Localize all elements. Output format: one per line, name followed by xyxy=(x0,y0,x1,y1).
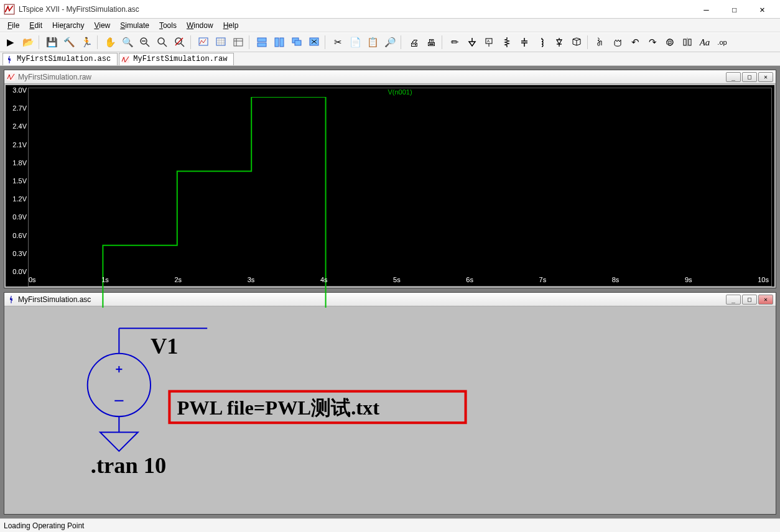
y-tick: 3.0V xyxy=(7,86,27,94)
y-axis: 3.0V 2.7V 2.4V 2.1V 1.8V 1.5V 1.2V 0.9V … xyxy=(6,85,28,287)
plot-area[interactable]: 3.0V 2.7V 2.4V 2.1V 1.8V 1.5V 1.2V 0.9V … xyxy=(6,85,774,287)
menu-view[interactable]: View xyxy=(89,20,115,31)
minimize-button[interactable]: — xyxy=(692,1,720,18)
svg-rect-14 xyxy=(258,38,266,42)
menu-window[interactable]: Window xyxy=(182,20,218,31)
menu-hierarchy[interactable]: Hierarchy xyxy=(47,20,89,31)
menu-simulate[interactable]: Simulate xyxy=(115,20,154,31)
svg-rect-15 xyxy=(258,43,266,47)
tile-h-icon[interactable] xyxy=(254,34,270,50)
window-close-icon[interactable] xyxy=(306,34,322,50)
status-bar: Loading Operating Point xyxy=(0,518,780,532)
grid-icon[interactable] xyxy=(213,34,229,50)
open-icon[interactable]: 📂 xyxy=(20,34,36,50)
svg-rect-16 xyxy=(275,38,279,47)
text-icon[interactable]: Aa xyxy=(697,34,713,50)
work-area: MyFirstSimulation.raw _ □ ✕ 3.0V 2.7V 2.… xyxy=(0,66,780,518)
mirror-icon[interactable] xyxy=(679,34,695,50)
svg-rect-17 xyxy=(280,38,284,47)
menu-help[interactable]: Help xyxy=(218,20,244,31)
x-tick: 3s xyxy=(248,276,255,286)
label-icon[interactable]: A xyxy=(481,34,498,50)
y-tick: 0.0V xyxy=(7,268,27,275)
wire-icon[interactable]: ✏ xyxy=(447,34,463,50)
x-tick: 2s xyxy=(174,276,182,286)
menu-file[interactable]: File xyxy=(2,20,24,31)
plot-body[interactable]: V(n001) 0s 1s 2s 3s 4s 5s 6s 7s 8s 9s 10… xyxy=(28,88,772,287)
drag-icon[interactable] xyxy=(610,34,626,50)
cascade-icon[interactable] xyxy=(289,34,305,50)
tab-raw[interactable]: MyFirstSimulation.raw xyxy=(119,53,234,65)
y-tick: 0.9V xyxy=(7,213,27,221)
x-tick: 9s xyxy=(685,276,692,286)
y-tick: 1.2V xyxy=(7,195,27,203)
y-tick: 2.7V xyxy=(7,104,27,112)
x-tick: 1s xyxy=(101,276,109,286)
trace-label[interactable]: V(n001) xyxy=(388,88,412,96)
data-icon[interactable] xyxy=(230,34,246,50)
autoscale-icon[interactable] xyxy=(195,34,211,50)
move-icon[interactable] xyxy=(592,34,608,50)
x-tick: 6s xyxy=(466,276,473,286)
waveform-window-title[interactable]: MyFirstSimulation.raw _ □ ✕ xyxy=(4,70,776,84)
rotate-icon[interactable] xyxy=(662,34,678,50)
zoom-out-icon[interactable] xyxy=(137,34,153,50)
child-close-button[interactable]: ✕ xyxy=(758,72,773,82)
ground-icon[interactable] xyxy=(464,34,480,50)
resistor-icon[interactable] xyxy=(499,34,515,50)
svg-rect-11 xyxy=(234,39,243,46)
tran-text[interactable]: .tran 10 xyxy=(91,453,167,478)
tab-label: MyFirstSimulation.asc xyxy=(17,55,111,63)
waveform-icon xyxy=(121,55,130,64)
run-icon[interactable]: 🏃 xyxy=(78,34,95,50)
waveform-icon xyxy=(7,73,16,81)
svg-line-5 xyxy=(164,44,167,47)
inductor-icon[interactable] xyxy=(534,34,550,50)
pwl-text[interactable]: PWL file=PWL测试.txt xyxy=(177,397,380,419)
y-tick: 1.5V xyxy=(7,177,27,185)
child-maximize-button[interactable]: □ xyxy=(742,72,757,82)
child-minimize-button[interactable]: _ xyxy=(726,72,741,82)
capacitor-icon[interactable] xyxy=(516,34,532,50)
new-icon[interactable]: ▶ xyxy=(2,34,19,50)
x-tick: 0s xyxy=(29,276,36,286)
diode-icon[interactable] xyxy=(551,34,567,50)
y-tick: 1.8V xyxy=(7,159,27,167)
svg-line-7 xyxy=(181,44,184,47)
zoom-cancel-icon[interactable] xyxy=(172,34,188,50)
redo-icon[interactable]: ↷ xyxy=(644,34,661,50)
copy-icon[interactable]: 📄 xyxy=(347,34,363,50)
component-icon[interactable] xyxy=(569,34,585,50)
print-icon[interactable]: 🖨 xyxy=(406,34,422,50)
svg-rect-32 xyxy=(669,41,671,44)
save-icon[interactable]: 💾 xyxy=(44,34,60,50)
find-icon[interactable]: 🔎 xyxy=(382,34,398,50)
svg-line-2 xyxy=(146,44,149,47)
tab-asc[interactable]: MyFirstSimulation.asc xyxy=(2,53,118,65)
hammer-icon[interactable]: 🔨 xyxy=(61,34,77,50)
y-tick: 0.6V xyxy=(7,232,27,239)
svg-rect-19 xyxy=(295,40,301,45)
menu-edit[interactable]: Edit xyxy=(24,20,47,31)
cut-icon[interactable]: ✂ xyxy=(330,34,346,50)
zoom-in-icon[interactable]: 🔍 xyxy=(119,34,136,50)
undo-icon[interactable]: ↶ xyxy=(627,34,643,50)
print-setup-icon[interactable]: 🖶 xyxy=(423,34,439,50)
status-text: Loading Operating Point xyxy=(4,521,84,530)
zoom-fit-icon[interactable] xyxy=(154,34,170,50)
title-bar: LTspice XVII - MyFirstSimulation.asc — ☐… xyxy=(0,0,780,19)
pan-icon[interactable]: ✋ xyxy=(102,34,118,50)
maximize-button[interactable]: ☐ xyxy=(720,1,748,18)
close-button[interactable]: ✕ xyxy=(748,1,776,18)
tile-v-icon[interactable] xyxy=(271,34,287,50)
trace-svg xyxy=(29,97,771,319)
source-name-text[interactable]: V1 xyxy=(151,334,179,359)
y-tick: 0.3V xyxy=(7,250,27,257)
paste-icon[interactable]: 📋 xyxy=(364,34,381,50)
x-tick: 4s xyxy=(320,276,328,286)
spice-directive-icon[interactable]: .op xyxy=(714,34,730,50)
svg-text:A: A xyxy=(487,39,490,43)
menu-tools[interactable]: Tools xyxy=(154,20,182,31)
schematic-canvas[interactable]: V1 PWL file=PWL测试.txt .tran 10 xyxy=(6,308,774,513)
svg-point-40 xyxy=(88,354,151,416)
